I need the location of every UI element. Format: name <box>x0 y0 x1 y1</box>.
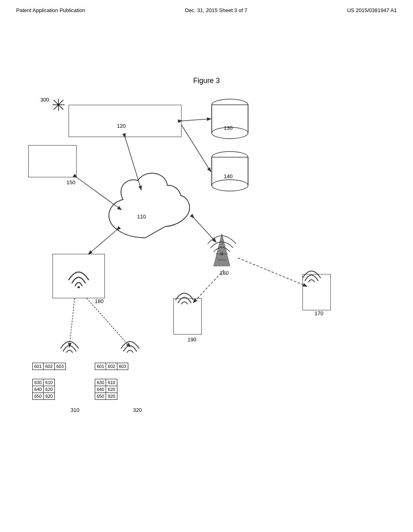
cell-920-2: 920 <box>106 393 117 399</box>
left-box-150 <box>28 145 77 177</box>
label-320: 320 <box>133 407 142 413</box>
cell-920-1: 920 <box>44 393 54 399</box>
label-180: 180 <box>95 298 104 304</box>
label-130: 130 <box>224 125 233 131</box>
label-140: 140 <box>224 173 233 179</box>
label-310: 310 <box>71 407 79 413</box>
cell-603-2: 603 <box>117 363 128 370</box>
label-170: 170 <box>315 310 323 316</box>
cell-610-2: 610 <box>106 379 117 386</box>
cell-640-2: 640 <box>95 386 106 393</box>
cell-630-1: 630 <box>33 379 43 386</box>
cloud-110 <box>93 169 198 250</box>
cylinder-130 <box>210 97 250 141</box>
cell-603-1: 603 <box>55 363 65 370</box>
cell-640-1: 640 <box>33 386 43 393</box>
svg-point-11 <box>212 180 248 191</box>
cell-620-2: 620 <box>106 386 117 393</box>
wifi-icon-170 <box>300 262 323 282</box>
wifi-icon-320 <box>119 332 141 353</box>
header-middle: Dec. 31, 2015 Sheet 3 of 7 <box>185 7 248 13</box>
label-160: 160 <box>220 270 229 276</box>
label-300: 300 <box>40 97 49 103</box>
svg-line-23 <box>181 119 211 121</box>
wifi-icon-190 <box>173 284 196 304</box>
table-320-row1: 601 602 603 <box>95 363 128 370</box>
svg-line-29 <box>238 258 307 286</box>
svg-point-18 <box>77 286 80 288</box>
header-right: US 2015/0381947 A1 <box>347 7 397 13</box>
server-box-120 <box>69 105 181 137</box>
label-150: 150 <box>67 179 75 185</box>
table-320-data: 630 610 640 620 650 920 <box>95 379 117 400</box>
table-310-data: 630 610 640 620 650 920 <box>32 379 55 400</box>
figure-title: Figure 3 <box>0 77 413 85</box>
table-310-row1: 601 602 603 <box>32 363 66 370</box>
cell-620-1: 620 <box>44 386 54 393</box>
svg-line-24 <box>181 125 211 171</box>
cell-601-2: 601 <box>95 363 106 370</box>
wifi-icon-180 <box>65 260 93 288</box>
cell-650-1: 650 <box>33 393 43 399</box>
cylinder-140 <box>210 149 250 193</box>
header-left: Patent Application Publication <box>16 7 85 13</box>
diagram-area: Figure 3 300 120 130 140 150 110 <box>0 56 413 532</box>
tower-160 <box>202 230 242 270</box>
cell-630-2: 630 <box>95 379 106 386</box>
page-header: Patent Application Publication Dec. 31, … <box>0 0 413 13</box>
cell-610-1: 610 <box>44 379 54 386</box>
cell-602-2: 602 <box>106 363 117 370</box>
cell-650-2: 650 <box>95 393 106 399</box>
svg-line-30 <box>194 270 224 302</box>
label-190: 190 <box>188 337 196 343</box>
wifi-icon-310 <box>58 332 81 353</box>
cell-601-1: 601 <box>33 363 43 370</box>
svg-point-17 <box>220 252 223 256</box>
label-110: 110 <box>137 214 146 220</box>
cell-602-1: 602 <box>44 363 54 370</box>
snowflake-icon <box>50 97 67 113</box>
label-120: 120 <box>117 123 126 129</box>
